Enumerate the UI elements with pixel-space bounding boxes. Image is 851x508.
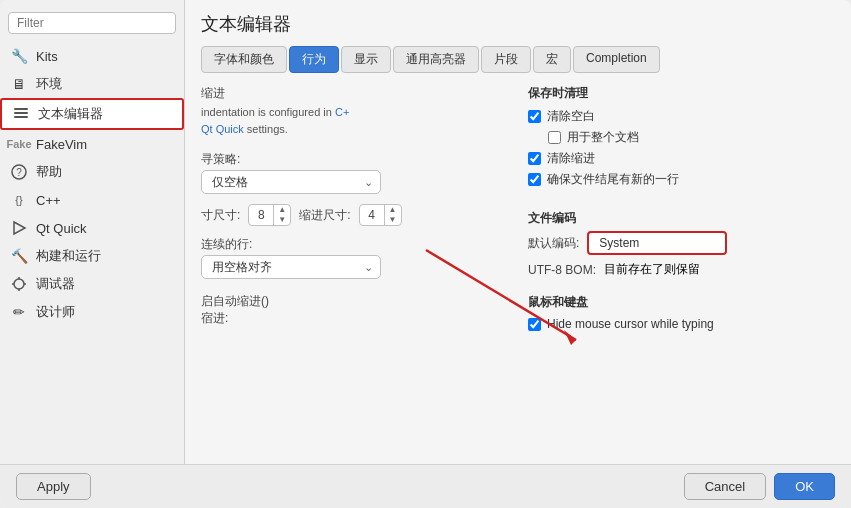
svg-rect-1	[14, 112, 28, 114]
sidebar-item-help[interactable]: ? 帮助	[0, 158, 184, 186]
tab-snippets[interactable]: 片段	[481, 46, 531, 73]
sidebar-item-cpp[interactable]: {} C++	[0, 186, 184, 214]
cpp-link[interactable]: C+	[335, 106, 349, 118]
footer-right: Cancel OK	[684, 473, 835, 500]
sidebar-item-fakevim[interactable]: Fake FakeVim	[0, 130, 184, 158]
tab-completion[interactable]: Completion	[573, 46, 660, 73]
filter-input[interactable]	[8, 12, 176, 34]
continuous-label: 连续的行:	[201, 236, 508, 253]
indent-size-up[interactable]: ▲	[385, 205, 401, 215]
trim-whitespace-row: 清除空白	[528, 106, 835, 127]
sidebar-item-label: FakeVim	[36, 137, 87, 152]
for-entire-doc-checkbox[interactable]	[548, 131, 561, 144]
svg-marker-5	[14, 222, 25, 234]
sidebar-item-debugger[interactable]: 调试器	[0, 270, 184, 298]
sidebar-item-label: Qt Quick	[36, 221, 87, 236]
tab-size-value: 8	[249, 206, 273, 224]
indent-size-spin-btn: ▲ ▼	[384, 205, 401, 225]
auto-indent-label: 启自动缩进()	[201, 293, 508, 310]
mouse-keyboard-header: 鼠标和键盘	[528, 294, 835, 311]
continuous-select[interactable]: 用空格对齐	[201, 255, 381, 279]
ensure-newline-checkbox[interactable]	[528, 173, 541, 186]
tab-display[interactable]: 显示	[341, 46, 391, 73]
ensure-newline-row: 确保文件结尾有新的一行	[528, 169, 835, 190]
tab-size-spinner[interactable]: 8 ▲ ▼	[248, 204, 291, 226]
trim-whitespace-checkbox[interactable]	[528, 110, 541, 123]
clean-indent-checkbox[interactable]	[528, 152, 541, 165]
sidebar-item-build-run[interactable]: 🔨 构建和运行	[0, 242, 184, 270]
encoding-section-header: 文件编码	[528, 210, 835, 227]
tab-font-color[interactable]: 字体和颜色	[201, 46, 287, 73]
env-icon: 🖥	[10, 75, 28, 93]
sidebar-item-label: 调试器	[36, 275, 75, 293]
sidebar-item-designer[interactable]: ✏ 设计师	[0, 298, 184, 326]
strategy-select[interactable]: 仅空格	[201, 170, 381, 194]
cancel-button[interactable]: Cancel	[684, 473, 766, 500]
indent-section-label: 缩进	[201, 85, 508, 102]
continuous-section: 连续的行: 用空格对齐 ⌄	[201, 236, 508, 279]
sidebar-item-kits[interactable]: 🔧 Kits	[0, 42, 184, 70]
designer-icon: ✏	[10, 303, 28, 321]
hide-mouse-label: Hide mouse cursor while typing	[547, 317, 714, 331]
strategy-section: 寻策略: 仅空格 ⌄	[201, 151, 508, 194]
tab-size-down[interactable]: ▼	[274, 215, 290, 225]
hide-mouse-row: Hide mouse cursor while typing	[528, 315, 835, 333]
default-encoding-label: 默认编码:	[528, 235, 579, 252]
cpp-icon: {}	[10, 191, 28, 209]
tab-behavior[interactable]: 行为	[289, 46, 339, 73]
indent-size-down[interactable]: ▼	[385, 215, 401, 225]
default-encoding-value[interactable]: System	[587, 231, 727, 255]
auto-indent-section: 启自动缩进() 宿进:	[201, 289, 508, 327]
fakevim-icon: Fake	[10, 135, 28, 153]
svg-rect-2	[14, 116, 28, 118]
svg-text:?: ?	[16, 167, 22, 178]
clean-indent-label: 清除缩进	[547, 150, 595, 167]
sidebar-item-label: Kits	[36, 49, 58, 64]
for-entire-doc-row: 用于整个文档	[548, 127, 835, 148]
apply-button[interactable]: Apply	[16, 473, 91, 500]
col-right: 保存时清理 清除空白 用于整个文档 清除缩进	[528, 85, 835, 464]
indent-size-spinner[interactable]: 4 ▲ ▼	[359, 204, 402, 226]
qt-quick-link[interactable]: Qt Quick	[201, 123, 244, 135]
svg-rect-0	[14, 108, 28, 110]
continuous-select-wrapper: 用空格对齐 ⌄	[201, 255, 381, 279]
tab-bar: 字体和颜色 行为 显示 通用高亮器 片段 宏 Completion	[201, 46, 835, 73]
indent-note-text: indentation is configured in	[201, 106, 335, 118]
indent-size-label: 缩进尺寸:	[299, 207, 350, 224]
tab-size-up[interactable]: ▲	[274, 205, 290, 215]
tab-size-spin-btn: ▲ ▼	[273, 205, 290, 225]
kits-icon: 🔧	[10, 47, 28, 65]
trim-whitespace-label: 清除空白	[547, 108, 595, 125]
help-icon: ?	[10, 163, 28, 181]
sidebar-item-label: 帮助	[36, 163, 62, 181]
page-title: 文本编辑器	[201, 12, 835, 36]
encoding-section: 文件编码 默认编码: System UTF-8 BOM: 目前存在了则保留	[528, 210, 835, 278]
save-section: 保存时清理 清除空白 用于整个文档 清除缩进	[528, 85, 835, 190]
utf8-bom-label: UTF-8 BOM:	[528, 263, 596, 277]
tab-size-row: 寸尺寸: 8 ▲ ▼ 缩进尺寸: 4	[201, 204, 508, 226]
ensure-newline-label: 确保文件结尾有新的一行	[547, 171, 679, 188]
svg-point-6	[14, 279, 24, 289]
utf8-bom-value: 目前存在了则保留	[604, 261, 700, 278]
tab-macros[interactable]: 宏	[533, 46, 571, 73]
strategy-select-wrapper: 仅空格 ⌄	[201, 170, 381, 194]
hide-mouse-checkbox[interactable]	[528, 318, 541, 331]
default-encoding-row: 默认编码: System	[528, 231, 835, 255]
qt-quick-icon	[10, 219, 28, 237]
for-entire-doc-label: 用于整个文档	[567, 129, 639, 146]
main-area: 🔧 Kits 🖥 环境 文本编辑器 Fake FakeVim ?	[0, 0, 851, 464]
ok-button[interactable]: OK	[774, 473, 835, 500]
sidebar-item-env[interactable]: 🖥 环境	[0, 70, 184, 98]
sidebar-item-label: 环境	[36, 75, 62, 93]
footer: Apply Cancel OK	[0, 464, 851, 508]
col-left: 缩进 indentation is configured in C+ Qt Qu…	[201, 85, 508, 464]
settings-dialog: 🔧 Kits 🖥 环境 文本编辑器 Fake FakeVim ?	[0, 0, 851, 508]
indent-label: 宿进:	[201, 310, 508, 327]
sidebar-item-qt-quick[interactable]: Qt Quick	[0, 214, 184, 242]
utf8-bom-row: UTF-8 BOM: 目前存在了则保留	[528, 261, 835, 278]
sidebar: 🔧 Kits 🖥 环境 文本编辑器 Fake FakeVim ?	[0, 0, 185, 464]
tab-highlight[interactable]: 通用高亮器	[393, 46, 479, 73]
sidebar-item-text-editor[interactable]: 文本编辑器	[0, 98, 184, 130]
content-panel: 文本编辑器 字体和颜色 行为 显示 通用高亮器 片段 宏 Completion …	[185, 0, 851, 464]
indent-note-text3: settings.	[247, 123, 288, 135]
